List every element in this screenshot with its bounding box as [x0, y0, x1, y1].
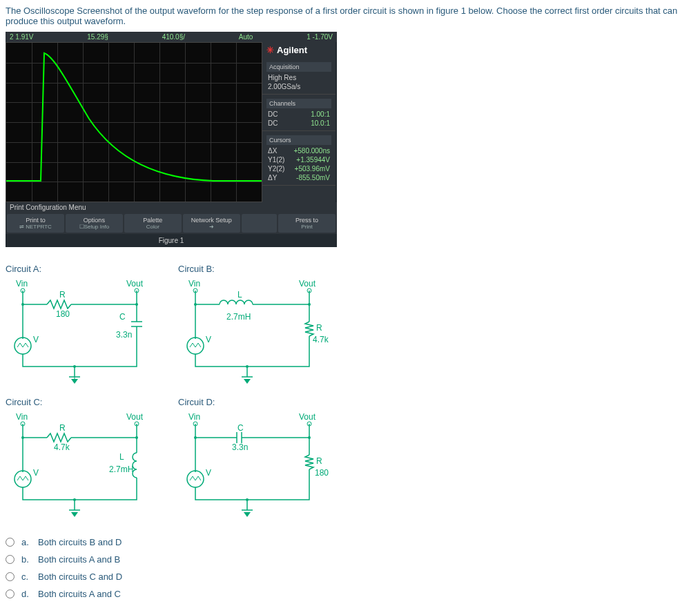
option-a-letter: a.	[21, 537, 31, 547]
option-d-radio[interactable]	[6, 589, 14, 598]
option-c-letter: c.	[21, 572, 31, 582]
option-b-letter: b.	[21, 554, 31, 565]
scope-btn-options[interactable]: Options☐Setup Info	[66, 214, 123, 233]
svg-text:R: R	[316, 323, 322, 333]
svg-text:4.7k: 4.7k	[54, 442, 70, 452]
scope-sidebar: Agilent Acquisition High Res 2.00GSa/s C…	[262, 42, 336, 202]
svg-text:Vout: Vout	[299, 412, 316, 422]
figure-caption: Figure 1	[6, 234, 337, 247]
cur-y1-r: +1.35944V	[296, 156, 330, 164]
svg-marker-3	[71, 379, 78, 384]
svg-point-19	[187, 338, 204, 354]
option-a[interactable]: a. Both circuits B and D	[6, 537, 694, 547]
cur-y2-l: Y2(2)	[268, 165, 284, 173]
svg-text:2.7mH: 2.7mH	[226, 312, 251, 322]
option-a-radio[interactable]	[6, 538, 14, 547]
svg-text:C: C	[119, 312, 126, 322]
option-c[interactable]: c. Both circuits C and D	[6, 572, 694, 582]
option-b-radio[interactable]	[6, 555, 14, 564]
svg-text:R: R	[316, 456, 322, 466]
svg-text:V: V	[33, 468, 39, 478]
scope-btn-spacer	[242, 214, 277, 233]
svg-text:Vout: Vout	[299, 279, 316, 289]
cur-dy-l: ΔY	[268, 174, 277, 182]
svg-text:Vout: Vout	[126, 412, 144, 422]
ch1-r: 1.00:1	[311, 110, 330, 118]
ch1-l: DC	[268, 110, 278, 118]
circuit-a-svg: Vin Vout R 180 C 3.3n V	[6, 277, 157, 387]
scope-top-cb: 410.0§/	[162, 33, 185, 41]
svg-text:180: 180	[315, 468, 329, 478]
option-b[interactable]: b. Both circuits A and B	[6, 554, 694, 565]
svg-marker-33	[71, 512, 78, 517]
svg-point-37	[21, 436, 24, 439]
cur-y1-l: Y1(2)	[268, 156, 284, 164]
circuit-c-label: Circuit C:	[6, 397, 164, 407]
acq-title: Acquisition	[266, 62, 331, 72]
svg-point-56	[246, 498, 249, 501]
option-c-radio[interactable]	[6, 572, 14, 581]
svg-text:L: L	[237, 290, 242, 300]
cur-ax-l: ΔX	[268, 147, 277, 155]
cur-ax-r: +580.000ns	[293, 147, 330, 155]
circuit-b: Circuit B: Vin Vout L 2.7mH	[178, 261, 337, 387]
circuit-b-svg: Vin Vout L 2.7mH R 4.7k V	[178, 277, 330, 387]
svg-marker-50	[244, 512, 251, 517]
scope-btn-network[interactable]: Network Setup➜	[183, 214, 240, 233]
svg-text:3.3n: 3.3n	[232, 442, 248, 452]
svg-point-55	[308, 436, 311, 439]
scope-btn-print[interactable]: Press toPrint	[278, 214, 336, 233]
svg-text:Vin: Vin	[16, 412, 28, 422]
circuit-d: Circuit D: Vin Vout C	[178, 394, 337, 520]
svg-point-24	[246, 365, 249, 368]
svg-text:L: L	[119, 452, 124, 462]
svg-text:V: V	[206, 335, 211, 344]
svg-point-8	[135, 303, 138, 306]
circuit-a-label: Circuit A:	[6, 264, 164, 274]
svg-point-39	[73, 498, 76, 501]
answer-options: a. Both circuits B and D b. Both circuit…	[6, 537, 694, 599]
scope-btn-palette[interactable]: PaletteColor	[124, 214, 182, 233]
cur-dy-r: -855.50mV	[296, 174, 330, 182]
option-d-text: Both circuits A and C	[38, 589, 121, 599]
option-d-letter: d.	[21, 589, 31, 599]
option-c-text: Both circuits C and D	[38, 572, 122, 582]
scope-top-mode: Auto	[239, 33, 253, 41]
circuit-d-svg: Vin Vout C 3.3n R 180 V	[178, 410, 330, 520]
ch2-l: DC	[268, 119, 278, 127]
svg-point-34	[14, 471, 31, 487]
brand-label: Agilent	[262, 42, 336, 58]
acq-rate: 2.00GSa/s	[268, 83, 300, 90]
svg-text:Vin: Vin	[16, 279, 28, 289]
option-b-text: Both circuits A and B	[38, 554, 120, 565]
svg-text:180: 180	[56, 309, 70, 319]
svg-point-23	[308, 303, 311, 306]
scope-top-left: 2 1.91V	[10, 33, 33, 41]
circuit-b-label: Circuit B:	[178, 264, 337, 274]
circuit-a: Circuit A: Vin Vout	[6, 261, 164, 387]
scope-header: 2 1.91V 15.29§ 410.0§/ Auto 1 -1.70V	[6, 32, 337, 42]
cur-title: Cursors	[266, 135, 331, 145]
ch2-r: 10.0:1	[311, 119, 330, 127]
svg-marker-18	[244, 379, 251, 384]
print-menu-title: Print Configuration Menu	[6, 202, 337, 213]
oscilloscope: 2 1.91V 15.29§ 410.0§/ Auto 1 -1.70V Agi…	[6, 32, 337, 247]
svg-text:4.7k: 4.7k	[313, 335, 329, 344]
ch-title: Channels	[266, 99, 331, 108]
svg-text:Vout: Vout	[126, 279, 144, 289]
scope-btn-print-to[interactable]: Print to⇌ NETPRTC	[7, 214, 64, 233]
svg-text:R: R	[59, 290, 66, 300]
svg-point-54	[194, 436, 197, 439]
scope-buttons: Print to⇌ NETPRTC Options☐Setup Info Pal…	[6, 213, 337, 234]
option-d[interactable]: d. Both circuits A and C	[6, 589, 694, 599]
option-a-text: Both circuits B and D	[38, 537, 121, 547]
scope-top-ca: 15.29§	[87, 33, 108, 41]
waveform	[6, 43, 262, 202]
svg-text:R: R	[59, 423, 66, 433]
circuit-d-label: Circuit D:	[178, 397, 337, 407]
cur-y2-r: +503.96mV	[295, 165, 330, 173]
svg-point-22	[194, 303, 197, 306]
circuit-c: Circuit C: Vin Vout R 4.7k	[6, 394, 164, 520]
svg-text:C: C	[237, 423, 244, 433]
circuit-c-svg: Vin Vout R 4.7k L 2.7mH V	[6, 410, 157, 520]
